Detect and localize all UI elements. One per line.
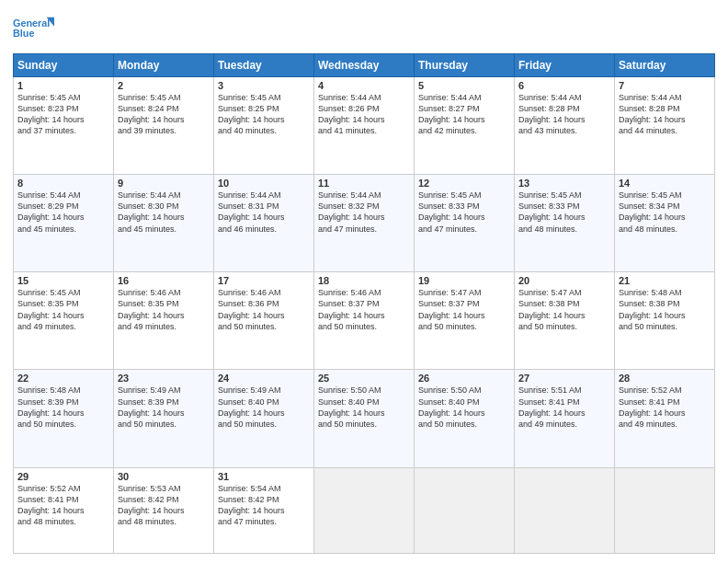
calendar-cell [314,467,415,553]
day-number: 6 [518,80,610,91]
day-number: 10 [218,178,310,189]
day-info: Sunrise: 5:50 AM Sunset: 8:40 PM Dayligh… [418,385,510,430]
day-number: 22 [17,373,109,384]
day-number: 19 [418,275,510,286]
day-info: Sunrise: 5:53 AM Sunset: 8:42 PM Dayligh… [118,483,210,528]
calendar-cell: 7Sunrise: 5:44 AM Sunset: 8:28 PM Daylig… [615,77,715,175]
svg-text:General: General [13,17,50,29]
day-number: 20 [518,275,610,286]
calendar-cell: 13Sunrise: 5:45 AM Sunset: 8:33 PM Dayli… [515,175,615,272]
day-number: 29 [17,471,109,482]
day-number: 27 [518,373,610,384]
calendar-cell: 14Sunrise: 5:45 AM Sunset: 8:34 PM Dayli… [615,175,715,272]
day-info: Sunrise: 5:45 AM Sunset: 8:23 PM Dayligh… [17,92,109,137]
day-info: Sunrise: 5:54 AM Sunset: 8:42 PM Dayligh… [218,483,310,528]
calendar-cell: 11Sunrise: 5:44 AM Sunset: 8:32 PM Dayli… [314,175,415,272]
day-info: Sunrise: 5:52 AM Sunset: 8:41 PM Dayligh… [17,483,109,528]
day-number: 8 [17,178,109,189]
day-number: 26 [418,373,510,384]
day-info: Sunrise: 5:45 AM Sunset: 8:33 PM Dayligh… [518,190,610,235]
day-info: Sunrise: 5:45 AM Sunset: 8:34 PM Dayligh… [619,190,711,235]
day-number: 14 [619,178,711,189]
calendar-cell: 3Sunrise: 5:45 AM Sunset: 8:25 PM Daylig… [214,77,314,175]
day-number: 13 [518,178,610,189]
calendar-cell: 1Sunrise: 5:45 AM Sunset: 8:23 PM Daylig… [14,77,114,175]
calendar-cell [415,467,515,553]
day-info: Sunrise: 5:44 AM Sunset: 8:31 PM Dayligh… [218,190,310,235]
day-info: Sunrise: 5:49 AM Sunset: 8:40 PM Dayligh… [218,385,310,430]
calendar-cell: 10Sunrise: 5:44 AM Sunset: 8:31 PM Dayli… [214,175,314,272]
calendar-cell: 29Sunrise: 5:52 AM Sunset: 8:41 PM Dayli… [14,467,114,553]
day-number: 30 [118,471,210,482]
day-info: Sunrise: 5:47 AM Sunset: 8:38 PM Dayligh… [518,287,610,332]
week-row-1: 1Sunrise: 5:45 AM Sunset: 8:23 PM Daylig… [14,77,715,175]
day-info: Sunrise: 5:45 AM Sunset: 8:33 PM Dayligh… [418,190,510,235]
header-monday: Monday [114,54,214,77]
day-number: 1 [17,80,109,91]
day-info: Sunrise: 5:45 AM Sunset: 8:25 PM Dayligh… [218,92,310,137]
day-info: Sunrise: 5:44 AM Sunset: 8:27 PM Dayligh… [418,92,510,137]
day-info: Sunrise: 5:50 AM Sunset: 8:40 PM Dayligh… [318,385,410,430]
calendar-cell: 6Sunrise: 5:44 AM Sunset: 8:28 PM Daylig… [515,77,615,175]
calendar-cell: 30Sunrise: 5:53 AM Sunset: 8:42 PM Dayli… [114,467,214,553]
day-info: Sunrise: 5:44 AM Sunset: 8:26 PM Dayligh… [318,92,410,137]
calendar-cell: 8Sunrise: 5:44 AM Sunset: 8:29 PM Daylig… [14,175,114,272]
week-row-3: 15Sunrise: 5:45 AM Sunset: 8:35 PM Dayli… [14,272,715,370]
calendar-cell: 31Sunrise: 5:54 AM Sunset: 8:42 PM Dayli… [214,467,314,553]
calendar-cell: 17Sunrise: 5:46 AM Sunset: 8:36 PM Dayli… [214,272,314,370]
day-info: Sunrise: 5:44 AM Sunset: 8:30 PM Dayligh… [118,190,210,235]
day-number: 9 [118,178,210,189]
logo: General Blue [13,13,59,48]
day-info: Sunrise: 5:51 AM Sunset: 8:41 PM Dayligh… [518,385,610,430]
calendar-table: SundayMondayTuesdayWednesdayThursdayFrid… [13,53,715,554]
calendar-cell: 2Sunrise: 5:45 AM Sunset: 8:24 PM Daylig… [114,77,214,175]
day-number: 23 [118,373,210,384]
day-number: 7 [619,80,711,91]
day-info: Sunrise: 5:45 AM Sunset: 8:35 PM Dayligh… [17,287,109,332]
calendar-header-row: SundayMondayTuesdayWednesdayThursdayFrid… [14,54,715,77]
day-number: 4 [318,80,410,91]
header-friday: Friday [515,54,615,77]
day-info: Sunrise: 5:44 AM Sunset: 8:29 PM Dayligh… [17,190,109,235]
day-number: 2 [118,80,210,91]
calendar-cell: 24Sunrise: 5:49 AM Sunset: 8:40 PM Dayli… [214,370,314,467]
calendar-cell: 18Sunrise: 5:46 AM Sunset: 8:37 PM Dayli… [314,272,415,370]
day-info: Sunrise: 5:52 AM Sunset: 8:41 PM Dayligh… [619,385,711,430]
generalblue-logo-icon: General Blue [13,13,59,48]
calendar-cell: 19Sunrise: 5:47 AM Sunset: 8:37 PM Dayli… [415,272,515,370]
day-info: Sunrise: 5:46 AM Sunset: 8:35 PM Dayligh… [118,287,210,332]
calendar-cell: 26Sunrise: 5:50 AM Sunset: 8:40 PM Dayli… [415,370,515,467]
calendar-cell: 9Sunrise: 5:44 AM Sunset: 8:30 PM Daylig… [114,175,214,272]
header-wednesday: Wednesday [314,54,415,77]
day-number: 28 [619,373,711,384]
calendar-cell: 16Sunrise: 5:46 AM Sunset: 8:35 PM Dayli… [114,272,214,370]
day-number: 16 [118,275,210,286]
day-info: Sunrise: 5:47 AM Sunset: 8:37 PM Dayligh… [418,287,510,332]
calendar-cell: 15Sunrise: 5:45 AM Sunset: 8:35 PM Dayli… [14,272,114,370]
calendar-cell: 12Sunrise: 5:45 AM Sunset: 8:33 PM Dayli… [415,175,515,272]
day-info: Sunrise: 5:44 AM Sunset: 8:32 PM Dayligh… [318,190,410,235]
day-number: 15 [17,275,109,286]
day-info: Sunrise: 5:44 AM Sunset: 8:28 PM Dayligh… [518,92,610,137]
day-number: 3 [218,80,310,91]
calendar-cell: 4Sunrise: 5:44 AM Sunset: 8:26 PM Daylig… [314,77,415,175]
calendar-cell [515,467,615,553]
day-info: Sunrise: 5:48 AM Sunset: 8:38 PM Dayligh… [619,287,711,332]
day-number: 5 [418,80,510,91]
day-info: Sunrise: 5:46 AM Sunset: 8:37 PM Dayligh… [318,287,410,332]
calendar-cell: 21Sunrise: 5:48 AM Sunset: 8:38 PM Dayli… [615,272,715,370]
day-info: Sunrise: 5:45 AM Sunset: 8:24 PM Dayligh… [118,92,210,137]
calendar-cell: 20Sunrise: 5:47 AM Sunset: 8:38 PM Dayli… [515,272,615,370]
week-row-5: 29Sunrise: 5:52 AM Sunset: 8:41 PM Dayli… [14,467,715,553]
week-row-4: 22Sunrise: 5:48 AM Sunset: 8:39 PM Dayli… [14,370,715,467]
header: General Blue [13,9,715,48]
day-number: 18 [318,275,410,286]
day-number: 25 [318,373,410,384]
day-number: 21 [619,275,711,286]
day-number: 11 [318,178,410,189]
calendar-cell: 22Sunrise: 5:48 AM Sunset: 8:39 PM Dayli… [14,370,114,467]
day-number: 17 [218,275,310,286]
day-info: Sunrise: 5:48 AM Sunset: 8:39 PM Dayligh… [17,385,109,430]
svg-text:Blue: Blue [13,29,34,40]
header-sunday: Sunday [14,54,114,77]
